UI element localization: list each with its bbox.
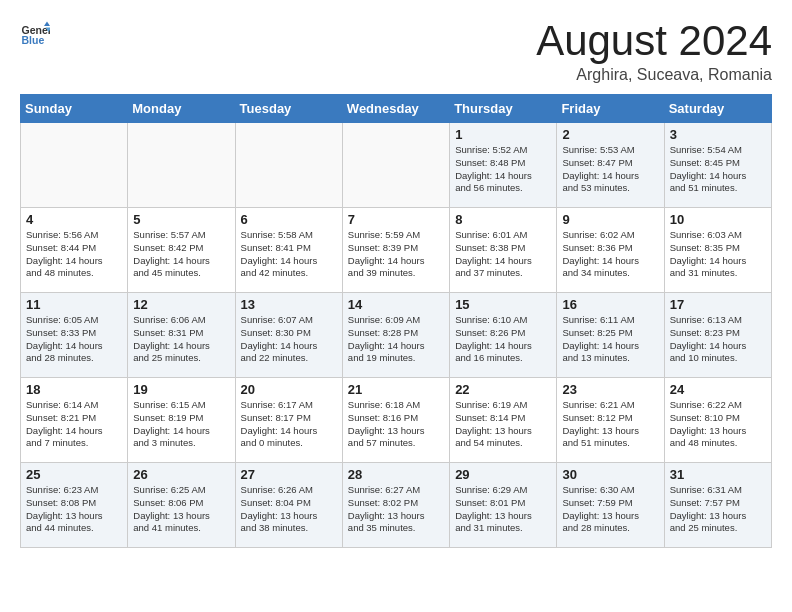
calendar-cell: 12Sunrise: 6:06 AM Sunset: 8:31 PM Dayli…	[128, 293, 235, 378]
day-number: 6	[241, 212, 337, 227]
day-number: 22	[455, 382, 551, 397]
calendar-cell: 16Sunrise: 6:11 AM Sunset: 8:25 PM Dayli…	[557, 293, 664, 378]
calendar-cell: 2Sunrise: 5:53 AM Sunset: 8:47 PM Daylig…	[557, 123, 664, 208]
calendar-cell: 10Sunrise: 6:03 AM Sunset: 8:35 PM Dayli…	[664, 208, 771, 293]
day-number: 19	[133, 382, 229, 397]
day-number: 7	[348, 212, 444, 227]
calendar-week-3: 18Sunrise: 6:14 AM Sunset: 8:21 PM Dayli…	[21, 378, 772, 463]
calendar-cell: 15Sunrise: 6:10 AM Sunset: 8:26 PM Dayli…	[450, 293, 557, 378]
day-info: Sunrise: 6:17 AM Sunset: 8:17 PM Dayligh…	[241, 399, 337, 450]
logo-icon: General Blue	[20, 20, 50, 50]
calendar-cell: 21Sunrise: 6:18 AM Sunset: 8:16 PM Dayli…	[342, 378, 449, 463]
day-number: 17	[670, 297, 766, 312]
calendar-week-0: 1Sunrise: 5:52 AM Sunset: 8:48 PM Daylig…	[21, 123, 772, 208]
calendar-cell: 18Sunrise: 6:14 AM Sunset: 8:21 PM Dayli…	[21, 378, 128, 463]
day-number: 12	[133, 297, 229, 312]
day-info: Sunrise: 6:15 AM Sunset: 8:19 PM Dayligh…	[133, 399, 229, 450]
calendar-week-4: 25Sunrise: 6:23 AM Sunset: 8:08 PM Dayli…	[21, 463, 772, 548]
calendar-cell: 14Sunrise: 6:09 AM Sunset: 8:28 PM Dayli…	[342, 293, 449, 378]
calendar-cell: 1Sunrise: 5:52 AM Sunset: 8:48 PM Daylig…	[450, 123, 557, 208]
day-number: 10	[670, 212, 766, 227]
calendar-cell: 11Sunrise: 6:05 AM Sunset: 8:33 PM Dayli…	[21, 293, 128, 378]
col-saturday: Saturday	[664, 95, 771, 123]
calendar-cell: 6Sunrise: 5:58 AM Sunset: 8:41 PM Daylig…	[235, 208, 342, 293]
title-section: August 2024 Arghira, Suceava, Romania	[536, 20, 772, 84]
day-info: Sunrise: 6:27 AM Sunset: 8:02 PM Dayligh…	[348, 484, 444, 535]
day-info: Sunrise: 6:31 AM Sunset: 7:57 PM Dayligh…	[670, 484, 766, 535]
day-number: 3	[670, 127, 766, 142]
day-number: 2	[562, 127, 658, 142]
day-info: Sunrise: 6:18 AM Sunset: 8:16 PM Dayligh…	[348, 399, 444, 450]
calendar-cell: 29Sunrise: 6:29 AM Sunset: 8:01 PM Dayli…	[450, 463, 557, 548]
day-info: Sunrise: 5:53 AM Sunset: 8:47 PM Dayligh…	[562, 144, 658, 195]
calendar-week-2: 11Sunrise: 6:05 AM Sunset: 8:33 PM Dayli…	[21, 293, 772, 378]
col-tuesday: Tuesday	[235, 95, 342, 123]
day-info: Sunrise: 6:13 AM Sunset: 8:23 PM Dayligh…	[670, 314, 766, 365]
calendar-cell: 20Sunrise: 6:17 AM Sunset: 8:17 PM Dayli…	[235, 378, 342, 463]
day-info: Sunrise: 6:06 AM Sunset: 8:31 PM Dayligh…	[133, 314, 229, 365]
day-info: Sunrise: 6:02 AM Sunset: 8:36 PM Dayligh…	[562, 229, 658, 280]
calendar-table: Sunday Monday Tuesday Wednesday Thursday…	[20, 94, 772, 548]
calendar-cell	[342, 123, 449, 208]
day-info: Sunrise: 5:52 AM Sunset: 8:48 PM Dayligh…	[455, 144, 551, 195]
day-info: Sunrise: 6:07 AM Sunset: 8:30 PM Dayligh…	[241, 314, 337, 365]
calendar-cell: 9Sunrise: 6:02 AM Sunset: 8:36 PM Daylig…	[557, 208, 664, 293]
day-info: Sunrise: 6:05 AM Sunset: 8:33 PM Dayligh…	[26, 314, 122, 365]
col-sunday: Sunday	[21, 95, 128, 123]
col-friday: Friday	[557, 95, 664, 123]
day-info: Sunrise: 6:30 AM Sunset: 7:59 PM Dayligh…	[562, 484, 658, 535]
day-info: Sunrise: 5:57 AM Sunset: 8:42 PM Dayligh…	[133, 229, 229, 280]
day-number: 20	[241, 382, 337, 397]
day-info: Sunrise: 6:09 AM Sunset: 8:28 PM Dayligh…	[348, 314, 444, 365]
col-thursday: Thursday	[450, 95, 557, 123]
calendar-title: August 2024	[536, 20, 772, 62]
day-info: Sunrise: 6:22 AM Sunset: 8:10 PM Dayligh…	[670, 399, 766, 450]
day-info: Sunrise: 5:56 AM Sunset: 8:44 PM Dayligh…	[26, 229, 122, 280]
day-number: 4	[26, 212, 122, 227]
day-info: Sunrise: 5:58 AM Sunset: 8:41 PM Dayligh…	[241, 229, 337, 280]
calendar-header-row: Sunday Monday Tuesday Wednesday Thursday…	[21, 95, 772, 123]
day-number: 26	[133, 467, 229, 482]
calendar-cell	[235, 123, 342, 208]
day-info: Sunrise: 6:10 AM Sunset: 8:26 PM Dayligh…	[455, 314, 551, 365]
calendar-cell: 4Sunrise: 5:56 AM Sunset: 8:44 PM Daylig…	[21, 208, 128, 293]
calendar-cell: 30Sunrise: 6:30 AM Sunset: 7:59 PM Dayli…	[557, 463, 664, 548]
col-wednesday: Wednesday	[342, 95, 449, 123]
calendar-cell: 24Sunrise: 6:22 AM Sunset: 8:10 PM Dayli…	[664, 378, 771, 463]
day-number: 16	[562, 297, 658, 312]
day-number: 21	[348, 382, 444, 397]
logo: General Blue	[20, 20, 50, 50]
day-number: 13	[241, 297, 337, 312]
calendar-cell: 27Sunrise: 6:26 AM Sunset: 8:04 PM Dayli…	[235, 463, 342, 548]
calendar-cell: 19Sunrise: 6:15 AM Sunset: 8:19 PM Dayli…	[128, 378, 235, 463]
day-info: Sunrise: 6:19 AM Sunset: 8:14 PM Dayligh…	[455, 399, 551, 450]
calendar-cell: 26Sunrise: 6:25 AM Sunset: 8:06 PM Dayli…	[128, 463, 235, 548]
day-info: Sunrise: 6:23 AM Sunset: 8:08 PM Dayligh…	[26, 484, 122, 535]
calendar-cell: 7Sunrise: 5:59 AM Sunset: 8:39 PM Daylig…	[342, 208, 449, 293]
calendar-cell: 23Sunrise: 6:21 AM Sunset: 8:12 PM Dayli…	[557, 378, 664, 463]
day-number: 28	[348, 467, 444, 482]
calendar-cell: 25Sunrise: 6:23 AM Sunset: 8:08 PM Dayli…	[21, 463, 128, 548]
day-info: Sunrise: 6:29 AM Sunset: 8:01 PM Dayligh…	[455, 484, 551, 535]
day-number: 25	[26, 467, 122, 482]
day-info: Sunrise: 6:14 AM Sunset: 8:21 PM Dayligh…	[26, 399, 122, 450]
calendar-cell: 17Sunrise: 6:13 AM Sunset: 8:23 PM Dayli…	[664, 293, 771, 378]
calendar-cell	[128, 123, 235, 208]
day-number: 9	[562, 212, 658, 227]
day-info: Sunrise: 6:25 AM Sunset: 8:06 PM Dayligh…	[133, 484, 229, 535]
calendar-cell: 28Sunrise: 6:27 AM Sunset: 8:02 PM Dayli…	[342, 463, 449, 548]
day-number: 27	[241, 467, 337, 482]
day-number: 23	[562, 382, 658, 397]
day-info: Sunrise: 5:54 AM Sunset: 8:45 PM Dayligh…	[670, 144, 766, 195]
day-info: Sunrise: 6:03 AM Sunset: 8:35 PM Dayligh…	[670, 229, 766, 280]
day-number: 5	[133, 212, 229, 227]
day-number: 29	[455, 467, 551, 482]
day-number: 1	[455, 127, 551, 142]
calendar-cell: 5Sunrise: 5:57 AM Sunset: 8:42 PM Daylig…	[128, 208, 235, 293]
calendar-cell: 3Sunrise: 5:54 AM Sunset: 8:45 PM Daylig…	[664, 123, 771, 208]
calendar-cell: 22Sunrise: 6:19 AM Sunset: 8:14 PM Dayli…	[450, 378, 557, 463]
col-monday: Monday	[128, 95, 235, 123]
calendar-subtitle: Arghira, Suceava, Romania	[536, 66, 772, 84]
day-number: 11	[26, 297, 122, 312]
day-number: 15	[455, 297, 551, 312]
